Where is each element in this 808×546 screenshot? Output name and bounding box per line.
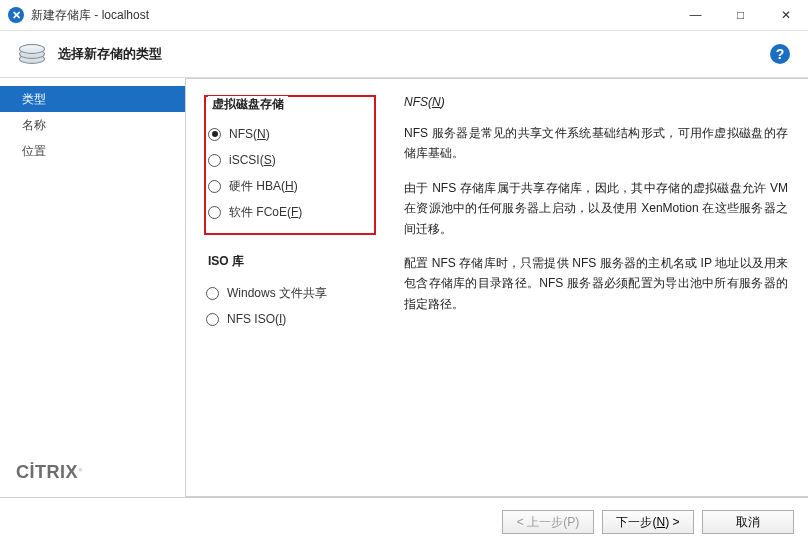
option-fcoe-radio[interactable]: [208, 206, 221, 219]
back-button: < 上一步(P): [502, 510, 594, 534]
help-icon[interactable]: ?: [770, 44, 790, 64]
option-windows-share-radio[interactable]: [206, 287, 219, 300]
option-nfs-iso-radio[interactable]: [206, 313, 219, 326]
maximize-button[interactable]: □: [718, 0, 763, 30]
step-name[interactable]: 名称: [0, 112, 185, 138]
option-iscsi-radio[interactable]: [208, 154, 221, 167]
step-type[interactable]: 类型: [0, 86, 185, 112]
description-p3: 配置 NFS 存储库时，只需提供 NFS 服务器的主机名或 IP 地址以及用来包…: [404, 253, 788, 314]
brand-logo: CİTRIX●: [0, 462, 185, 497]
option-nfs-iso[interactable]: NFS ISO(I): [206, 306, 376, 332]
wizard-header: 选择新存储的类型 ?: [0, 31, 808, 78]
close-button[interactable]: ✕: [763, 0, 808, 30]
storage-type-options: 虚拟磁盘存储 NFS(N) iSCSI(S) 硬件 HBA(H): [206, 95, 376, 480]
option-hba[interactable]: 硬件 HBA(H): [208, 173, 366, 199]
wizard-body: 类型 名称 位置 CİTRIX● 虚拟磁盘存储 NFS(N): [0, 78, 808, 497]
option-nfs-radio[interactable]: [208, 128, 221, 141]
option-hba-radio[interactable]: [208, 180, 221, 193]
option-nfs-iso-label: NFS ISO(I): [227, 312, 286, 326]
option-nfs[interactable]: NFS(N): [208, 121, 366, 147]
description-p2: 由于 NFS 存储库属于共享存储库，因此，其中存储的虚拟磁盘允许 VM 在资源池…: [404, 178, 788, 239]
option-windows-share-label: Windows 文件共享: [227, 285, 327, 302]
option-fcoe[interactable]: 软件 FCoE(F): [208, 199, 366, 225]
option-nfs-label: NFS(N): [229, 127, 270, 141]
content-panel: 虚拟磁盘存储 NFS(N) iSCSI(S) 硬件 HBA(H): [185, 78, 808, 497]
storage-icon: [18, 44, 46, 64]
option-windows-share[interactable]: Windows 文件共享: [206, 280, 376, 306]
next-button[interactable]: 下一步(N) >: [602, 510, 694, 534]
titlebar: ✕ 新建存储库 - localhost — □ ✕: [0, 0, 808, 31]
cancel-button[interactable]: 取消: [702, 510, 794, 534]
description-title: NFS(N): [404, 95, 788, 109]
option-fcoe-label: 软件 FCoE(F): [229, 204, 302, 221]
virtual-disk-storage-group: 虚拟磁盘存储 NFS(N) iSCSI(S) 硬件 HBA(H): [204, 95, 376, 235]
option-iscsi-label: iSCSI(S): [229, 153, 276, 167]
option-iscsi[interactable]: iSCSI(S): [208, 147, 366, 173]
iso-library-group: ISO 库 Windows 文件共享 NFS ISO(I): [206, 253, 376, 332]
step-location[interactable]: 位置: [0, 138, 185, 164]
wizard-window: ✕ 新建存储库 - localhost — □ ✕ 选择新存储的类型 ? 类型 …: [0, 0, 808, 546]
window-title: 新建存储库 - localhost: [31, 7, 149, 24]
app-icon: ✕: [8, 7, 24, 23]
minimize-button[interactable]: —: [673, 0, 718, 30]
wizard-footer: < 上一步(P) 下一步(N) > 取消: [0, 497, 808, 546]
sidebar: 类型 名称 位置 CİTRIX●: [0, 78, 185, 497]
description-panel: NFS(N) NFS 服务器是常见的共享文件系统基础结构形式，可用作虚拟磁盘的存…: [404, 95, 788, 480]
iso-group-title: ISO 库: [208, 253, 376, 270]
vdisk-group-title: 虚拟磁盘存储: [208, 96, 288, 113]
step-nav: 类型 名称 位置: [0, 78, 185, 164]
description-p1: NFS 服务器是常见的共享文件系统基础结构形式，可用作虚拟磁盘的存储库基础。: [404, 123, 788, 164]
option-hba-label: 硬件 HBA(H): [229, 178, 298, 195]
page-title: 选择新存储的类型: [58, 45, 162, 63]
